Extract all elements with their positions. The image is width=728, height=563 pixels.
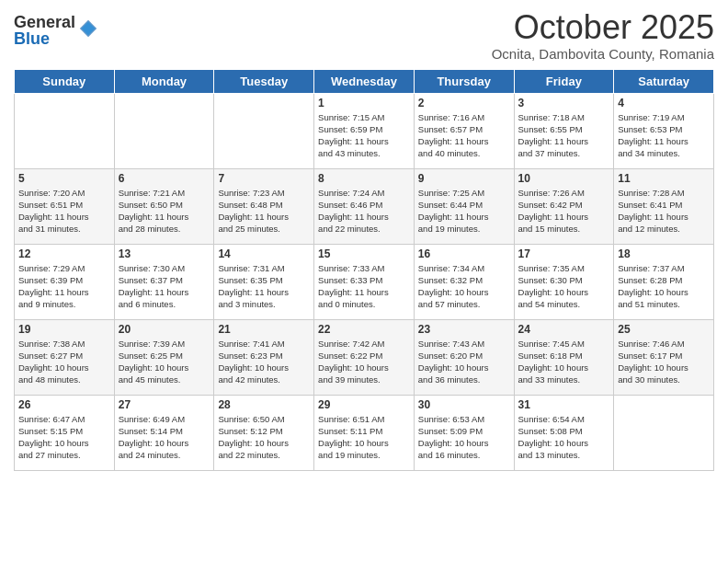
calendar-cell: 1Sunrise: 7:15 AM Sunset: 6:59 PM Daylig…: [314, 93, 415, 168]
day-number: 15: [318, 247, 410, 260]
day-info: Sunrise: 7:43 AM Sunset: 6:20 PM Dayligh…: [418, 338, 510, 386]
calendar-cell: 30Sunrise: 6:53 AM Sunset: 5:09 PM Dayli…: [414, 395, 514, 470]
logo-blue: Blue: [14, 30, 75, 47]
calendar-cell: 16Sunrise: 7:34 AM Sunset: 6:32 PM Dayli…: [414, 244, 514, 319]
calendar-cell: 2Sunrise: 7:16 AM Sunset: 6:57 PM Daylig…: [414, 93, 514, 168]
calendar-cell: 18Sunrise: 7:37 AM Sunset: 6:28 PM Dayli…: [614, 244, 714, 319]
day-info: Sunrise: 7:39 AM Sunset: 6:25 PM Dayligh…: [119, 338, 210, 386]
day-number: 20: [119, 323, 210, 336]
day-info: Sunrise: 7:45 AM Sunset: 6:18 PM Dayligh…: [518, 338, 610, 386]
calendar-cell: 5Sunrise: 7:20 AM Sunset: 6:51 PM Daylig…: [15, 168, 115, 244]
calendar-cell: 10Sunrise: 7:26 AM Sunset: 6:42 PM Dayli…: [514, 168, 614, 244]
day-info: Sunrise: 7:35 AM Sunset: 6:30 PM Dayligh…: [518, 262, 610, 311]
day-info: Sunrise: 7:24 AM Sunset: 6:46 PM Dayligh…: [318, 187, 410, 236]
day-number: 31: [518, 398, 610, 411]
day-number: 16: [418, 247, 510, 260]
day-number: 22: [318, 323, 410, 336]
header-tuesday: Tuesday: [214, 69, 314, 93]
location: Ocnita, Dambovita County, Romania: [492, 46, 714, 62]
day-info: Sunrise: 6:53 AM Sunset: 5:09 PM Dayligh…: [418, 413, 510, 462]
logo-icon: [78, 18, 98, 39]
day-info: Sunrise: 7:18 AM Sunset: 6:55 PM Dayligh…: [518, 111, 610, 160]
calendar-cell: 9Sunrise: 7:25 AM Sunset: 6:44 PM Daylig…: [414, 168, 514, 244]
day-info: Sunrise: 7:20 AM Sunset: 6:51 PM Dayligh…: [18, 187, 110, 236]
day-info: Sunrise: 7:19 AM Sunset: 6:53 PM Dayligh…: [618, 111, 710, 160]
calendar-week-3: 19Sunrise: 7:38 AM Sunset: 6:27 PM Dayli…: [15, 319, 714, 395]
day-number: 19: [18, 323, 110, 336]
calendar-cell: 17Sunrise: 7:35 AM Sunset: 6:30 PM Dayli…: [514, 244, 614, 319]
day-number: 6: [119, 172, 210, 185]
calendar-cell: 7Sunrise: 7:23 AM Sunset: 6:48 PM Daylig…: [214, 168, 314, 244]
day-number: 28: [218, 398, 310, 411]
calendar-cell: [214, 93, 314, 168]
calendar-cell: 12Sunrise: 7:29 AM Sunset: 6:39 PM Dayli…: [15, 244, 115, 319]
calendar-header-row: Sunday Monday Tuesday Wednesday Thursday…: [15, 69, 714, 93]
day-number: 2: [418, 97, 510, 109]
day-info: Sunrise: 7:25 AM Sunset: 6:44 PM Dayligh…: [418, 187, 510, 236]
calendar-cell: [114, 93, 214, 168]
day-number: 29: [318, 398, 410, 411]
logo: General Blue: [14, 14, 98, 47]
day-number: 1: [318, 97, 410, 109]
calendar-cell: 31Sunrise: 6:54 AM Sunset: 5:08 PM Dayli…: [514, 395, 614, 470]
header-friday: Friday: [514, 69, 614, 93]
calendar-cell: [15, 93, 115, 168]
day-number: 17: [518, 247, 610, 260]
calendar-week-2: 12Sunrise: 7:29 AM Sunset: 6:39 PM Dayli…: [15, 244, 714, 319]
calendar-cell: 28Sunrise: 6:50 AM Sunset: 5:12 PM Dayli…: [214, 395, 314, 470]
calendar-cell: 11Sunrise: 7:28 AM Sunset: 6:41 PM Dayli…: [614, 168, 714, 244]
calendar-cell: 27Sunrise: 6:49 AM Sunset: 5:14 PM Dayli…: [114, 395, 214, 470]
day-number: 5: [18, 172, 110, 185]
day-number: 4: [618, 97, 710, 109]
month-title: October 2025: [492, 9, 714, 46]
calendar-cell: 29Sunrise: 6:51 AM Sunset: 5:11 PM Dayli…: [314, 395, 415, 470]
day-info: Sunrise: 7:38 AM Sunset: 6:27 PM Dayligh…: [18, 338, 110, 386]
calendar-cell: 8Sunrise: 7:24 AM Sunset: 6:46 PM Daylig…: [314, 168, 415, 244]
day-info: Sunrise: 7:33 AM Sunset: 6:33 PM Dayligh…: [318, 262, 410, 311]
calendar-week-4: 26Sunrise: 6:47 AM Sunset: 5:15 PM Dayli…: [15, 395, 714, 470]
day-info: Sunrise: 7:34 AM Sunset: 6:32 PM Dayligh…: [418, 262, 510, 311]
day-number: 10: [518, 172, 610, 185]
calendar-week-0: 1Sunrise: 7:15 AM Sunset: 6:59 PM Daylig…: [15, 93, 714, 168]
day-info: Sunrise: 6:54 AM Sunset: 5:08 PM Dayligh…: [518, 413, 610, 462]
calendar-cell: 15Sunrise: 7:33 AM Sunset: 6:33 PM Dayli…: [314, 244, 415, 319]
day-number: 14: [218, 247, 310, 260]
day-number: 30: [418, 398, 510, 411]
day-info: Sunrise: 7:31 AM Sunset: 6:35 PM Dayligh…: [218, 262, 310, 311]
calendar-cell: 21Sunrise: 7:41 AM Sunset: 6:23 PM Dayli…: [214, 319, 314, 395]
calendar-cell: 25Sunrise: 7:46 AM Sunset: 6:17 PM Dayli…: [614, 319, 714, 395]
day-info: Sunrise: 7:26 AM Sunset: 6:42 PM Dayligh…: [518, 187, 610, 236]
page-header: General Blue October 2025 Ocnita, Dambov…: [14, 9, 714, 62]
day-number: 9: [418, 172, 510, 185]
calendar-cell: 14Sunrise: 7:31 AM Sunset: 6:35 PM Dayli…: [214, 244, 314, 319]
day-number: 27: [119, 398, 210, 411]
day-info: Sunrise: 6:50 AM Sunset: 5:12 PM Dayligh…: [218, 413, 310, 462]
day-number: 25: [618, 323, 710, 336]
day-info: Sunrise: 7:16 AM Sunset: 6:57 PM Dayligh…: [418, 111, 510, 160]
calendar-cell: 26Sunrise: 6:47 AM Sunset: 5:15 PM Dayli…: [15, 395, 115, 470]
day-number: 12: [18, 247, 110, 260]
day-info: Sunrise: 7:28 AM Sunset: 6:41 PM Dayligh…: [618, 187, 710, 236]
header-sunday: Sunday: [15, 69, 115, 93]
header-monday: Monday: [114, 69, 214, 93]
logo-text: General Blue: [14, 14, 75, 47]
day-number: 3: [518, 97, 610, 109]
day-number: 23: [418, 323, 510, 336]
page-container: General Blue October 2025 Ocnita, Dambov…: [0, 0, 728, 480]
day-number: 8: [318, 172, 410, 185]
calendar-cell: [614, 395, 714, 470]
calendar-cell: 4Sunrise: 7:19 AM Sunset: 6:53 PM Daylig…: [614, 93, 714, 168]
day-number: 11: [618, 172, 710, 185]
day-info: Sunrise: 7:46 AM Sunset: 6:17 PM Dayligh…: [618, 338, 710, 386]
day-info: Sunrise: 7:21 AM Sunset: 6:50 PM Dayligh…: [119, 187, 210, 236]
day-info: Sunrise: 7:30 AM Sunset: 6:37 PM Dayligh…: [119, 262, 210, 311]
header-thursday: Thursday: [414, 69, 514, 93]
calendar-cell: 24Sunrise: 7:45 AM Sunset: 6:18 PM Dayli…: [514, 319, 614, 395]
day-number: 26: [18, 398, 110, 411]
header-saturday: Saturday: [614, 69, 714, 93]
day-info: Sunrise: 6:51 AM Sunset: 5:11 PM Dayligh…: [318, 413, 410, 462]
day-info: Sunrise: 7:15 AM Sunset: 6:59 PM Dayligh…: [318, 111, 410, 160]
day-info: Sunrise: 7:42 AM Sunset: 6:22 PM Dayligh…: [318, 338, 410, 386]
calendar-cell: 6Sunrise: 7:21 AM Sunset: 6:50 PM Daylig…: [114, 168, 214, 244]
calendar-cell: 13Sunrise: 7:30 AM Sunset: 6:37 PM Dayli…: [114, 244, 214, 319]
